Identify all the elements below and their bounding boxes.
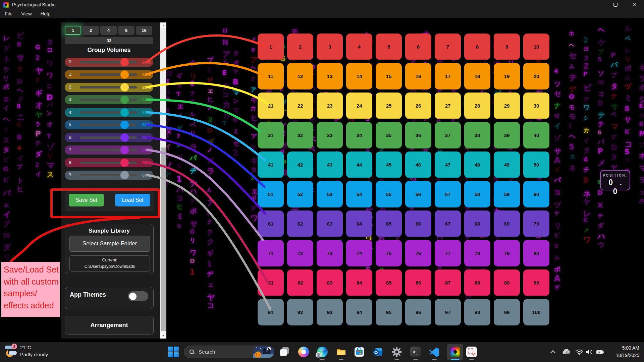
pad-30[interactable]: 30 [523,93,549,119]
terminal-icon[interactable]: >_ [410,347,421,357]
close-button[interactable] [625,0,644,9]
pad-63[interactable]: 63 [317,210,343,237]
pad-86[interactable]: 86 [405,269,431,296]
pad-38[interactable]: 38 [464,122,490,148]
battery-icon[interactable] [596,342,604,362]
pad-25[interactable]: 25 [376,93,402,119]
pad-51[interactable]: 51 [258,181,284,207]
pad-39[interactable]: 39 [494,122,520,148]
pad-42[interactable]: 42 [287,152,313,178]
vscode-icon[interactable] [429,347,440,357]
pad-53[interactable]: 53 [317,181,343,207]
pad-50[interactable]: 50 [523,152,549,178]
pad-69[interactable]: 69 [494,210,520,237]
scrollbar-thumb[interactable] [161,147,166,331]
arrangement-button[interactable]: Arrangement [65,316,154,335]
settings-gear-icon[interactable] [391,347,402,357]
pad-29[interactable]: 29 [494,93,520,119]
file-explorer-icon[interactable] [336,347,346,357]
pad-36[interactable]: 36 [405,122,431,148]
pad-1[interactable]: 1 [258,34,284,60]
pad-22[interactable]: 22 [287,93,313,119]
microsoft-store-icon[interactable] [354,347,365,357]
psychological-studio-taskbar-slot[interactable] [447,344,463,360]
pad-12[interactable]: 12 [287,63,313,89]
pad-87[interactable]: 87 [435,269,461,296]
pad-78[interactable]: 78 [464,240,490,266]
group-volume-slider-9[interactable]: 9:80% [65,171,153,180]
task-view-icon[interactable] [279,347,290,357]
pad-73[interactable]: 73 [317,240,343,266]
pad-68[interactable]: 68 [464,210,490,237]
pad-18[interactable]: 18 [464,63,490,89]
slider-thumb[interactable] [120,83,129,92]
pad-49[interactable]: 49 [494,152,520,178]
snipping-tool-icon[interactable]: ✂ [466,347,477,357]
pad-85[interactable]: 85 [376,269,402,296]
pad-94[interactable]: 94 [346,299,372,325]
volume-icon[interactable] [586,342,593,362]
pad-31[interactable]: 31 [258,122,284,148]
pad-93[interactable]: 93 [317,299,343,325]
pad-15[interactable]: 15 [376,63,402,89]
page-size-button-8[interactable]: 8 [118,26,135,35]
pad-4[interactable]: 4 [346,34,372,60]
pad-35[interactable]: 35 [376,122,402,148]
pad-10[interactable]: 10 [523,34,549,60]
pad-95[interactable]: 95 [376,299,402,325]
pad-70[interactable]: 70 [523,210,549,237]
pad-97[interactable]: 97 [435,299,461,325]
group-volume-slider-0[interactable]: 0:80% [65,58,153,67]
page-size-button-1[interactable]: 1 [65,26,81,35]
slider-thumb[interactable] [120,58,129,66]
pad-17[interactable]: 17 [435,63,461,89]
pad-48[interactable]: 48 [464,152,490,178]
group-volume-slider-2[interactable]: 2:80% [65,83,153,92]
pad-2[interactable]: 2 [287,34,313,60]
pad-64[interactable]: 64 [346,210,372,237]
search-box[interactable]: Search [184,346,274,358]
pad-55[interactable]: 55 [376,181,402,207]
pad-47[interactable]: 47 [435,152,461,178]
slider-thumb[interactable] [120,146,129,154]
pad-33[interactable]: 33 [317,122,343,148]
pad-67[interactable]: 67 [435,210,461,237]
slider-thumb[interactable] [120,121,129,129]
pad-20[interactable]: 20 [523,63,549,89]
pad-27[interactable]: 27 [435,93,461,119]
pad-77[interactable]: 77 [435,240,461,266]
pad-7[interactable]: 7 [435,34,461,60]
group-volume-slider-5[interactable]: 5:80% [65,120,153,129]
scroll-down-button[interactable]: ▼ [160,333,166,339]
pad-11[interactable]: 11 [258,63,284,89]
slider-thumb[interactable] [120,171,129,179]
slider-thumb[interactable] [120,133,129,142]
pad-96[interactable]: 96 [405,299,431,325]
pad-54[interactable]: 54 [346,181,372,207]
pad-83[interactable]: 83 [317,269,343,296]
group-volume-slider-4[interactable]: 4:80% [65,108,153,117]
outlook-icon[interactable]: O [372,347,383,357]
pad-74[interactable]: 74 [346,240,372,266]
group-volume-slider-1[interactable]: 1:80% [65,70,153,79]
group-volume-slider-6[interactable]: 6:80% [65,133,153,142]
pad-13[interactable]: 13 [317,63,343,89]
menu-item-view[interactable]: View [21,11,32,16]
pad-57[interactable]: 57 [435,181,461,207]
pad-45[interactable]: 45 [376,152,402,178]
group-volume-slider-3[interactable]: 3:80% [65,95,153,104]
pad-60[interactable]: 60 [523,181,549,207]
scroll-up-button[interactable]: ▲ [160,22,166,28]
slider-thumb[interactable] [120,70,129,79]
pad-21[interactable]: 21 [258,93,284,119]
slider-thumb[interactable] [120,108,129,117]
pad-81[interactable]: 81 [258,269,284,296]
pad-72[interactable]: 72 [287,240,313,266]
group-volume-slider-8[interactable]: 8:80% [65,158,153,167]
pad-76[interactable]: 76 [405,240,431,266]
pad-41[interactable]: 41 [258,152,284,178]
clock[interactable]: 5:00 AM 10/19/2025 [606,345,639,359]
copilot-icon[interactable] [298,347,309,357]
pad-28[interactable]: 28 [464,93,490,119]
start-button[interactable] [168,347,179,357]
